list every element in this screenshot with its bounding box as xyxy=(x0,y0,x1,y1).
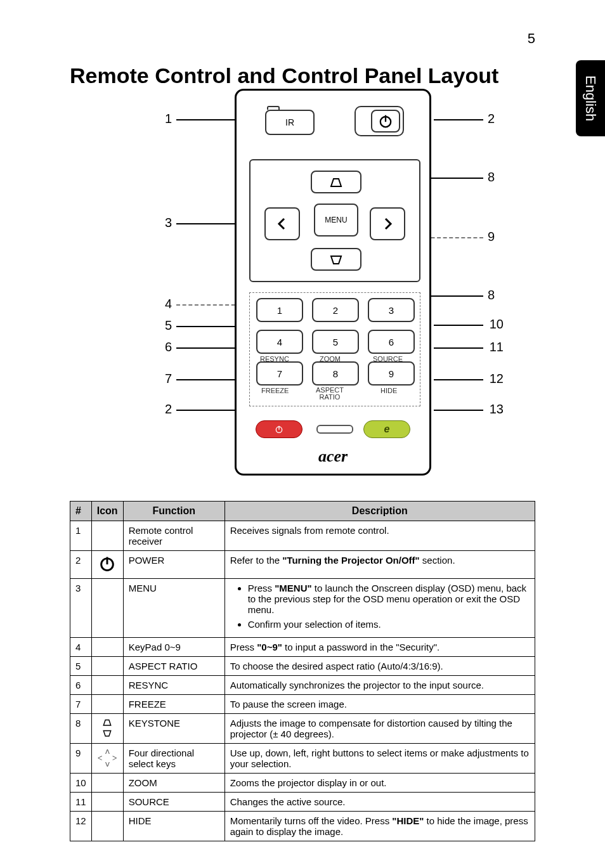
cell-icon xyxy=(91,551,123,579)
ir-receiver: IR xyxy=(265,110,315,135)
keystone-down-icon xyxy=(101,729,114,737)
leader-line xyxy=(425,295,483,297)
cell-number: 9 xyxy=(70,744,92,774)
power-pill-button xyxy=(256,420,302,438)
cell-function: HIDE xyxy=(123,812,224,841)
keystone-up-icon xyxy=(101,718,114,727)
cell-icon xyxy=(91,676,123,695)
keypad-2: 2 xyxy=(312,298,359,322)
cell-description: Zooms the projector display in or out. xyxy=(224,774,535,793)
table-row: 7FREEZETo pause the screen image. xyxy=(70,695,535,714)
table-row: 10ZOOMZooms the projector display in or … xyxy=(70,774,535,793)
right-button xyxy=(370,207,405,240)
keypad-1: 1 xyxy=(256,298,303,322)
cell-icon xyxy=(91,521,123,551)
cell-number: 12 xyxy=(70,812,92,841)
power-icon xyxy=(98,555,116,573)
callout-12: 12 xyxy=(490,372,504,386)
cell-function: KeyPad 0~9 xyxy=(123,638,224,657)
cell-number: 1 xyxy=(70,521,92,551)
leader-line xyxy=(425,178,483,179)
power-button xyxy=(371,110,400,133)
table-row: 1Remote control receiverReceives signals… xyxy=(70,521,535,551)
arrow-left-icon xyxy=(276,216,288,231)
leader-line xyxy=(434,379,483,380)
cell-number: 2 xyxy=(70,551,92,579)
table-row: 8KEYSTONEAdjusts the image to compensate… xyxy=(70,714,535,744)
cell-function: Remote control receiver xyxy=(123,521,224,551)
table-row: 6RESYNCAutomatically synchronizes the pr… xyxy=(70,676,535,695)
callout-2: 2 xyxy=(488,112,495,126)
keypad-panel: 1 2 3 4 5 6 RESYNC ZOOM SOURCE 7 8 9 FRE… xyxy=(249,292,420,406)
e-pill-button: e xyxy=(363,420,410,438)
callout-11: 11 xyxy=(490,340,504,354)
cell-description: Momentarily turns off the video. Press "… xyxy=(224,812,535,841)
leader-line xyxy=(434,347,483,349)
callout-13: 13 xyxy=(490,402,504,417)
cell-description: Refer to the "Turning the Projector On/O… xyxy=(224,551,535,579)
cell-description: To pause the screen image. xyxy=(224,695,535,714)
callout-7: 7 xyxy=(165,372,172,386)
keypad-7: 7 xyxy=(256,361,303,385)
table-row: 5ASPECT RATIOTo choose the desired aspec… xyxy=(70,657,535,676)
language-tab: English xyxy=(576,60,605,136)
callout-8b: 8 xyxy=(488,288,495,302)
arrow-right-icon xyxy=(382,216,393,231)
cell-description: Automatically synchronizes the projector… xyxy=(224,676,535,695)
e-icon: e xyxy=(384,424,390,435)
svg-marker-9 xyxy=(103,730,110,736)
page-number: 5 xyxy=(528,30,535,47)
keypad-6: 6 xyxy=(368,330,415,354)
power-icon xyxy=(274,424,284,434)
keypad-5: 5 xyxy=(312,330,359,354)
brand-logo: acer xyxy=(237,447,429,466)
table-row: 12HIDEMomentarily turns off the video. P… xyxy=(70,812,535,841)
th-icon: Icon xyxy=(91,502,123,521)
th-description: Description xyxy=(224,502,535,521)
svg-marker-2 xyxy=(331,179,341,186)
keypad-3: 3 xyxy=(368,298,415,322)
cell-icon xyxy=(91,714,123,744)
label-hide: HIDE xyxy=(381,387,397,394)
cell-description: To choose the desired aspect ratio (Auto… xyxy=(224,657,535,676)
directional-icon: ᐱᐸᐳᐯ xyxy=(97,749,118,768)
cell-function: FREEZE xyxy=(123,695,224,714)
cell-description: Adjusts the image to compensate for dist… xyxy=(224,714,535,744)
cell-description: Press "MENU" to launch the Onscreen disp… xyxy=(224,579,535,638)
cell-number: 7 xyxy=(70,695,92,714)
callout-5: 5 xyxy=(165,318,172,333)
cell-function: SOURCE xyxy=(123,793,224,812)
callout-1: 1 xyxy=(165,112,172,126)
keypad-9: 9 xyxy=(368,361,415,385)
bullet-item: Confirm your selection of items. xyxy=(248,619,530,630)
callout-9: 9 xyxy=(488,230,495,244)
keystone-down-icon xyxy=(327,254,345,265)
cell-number: 4 xyxy=(70,638,92,657)
table-row: 11SOURCEChanges the active source. xyxy=(70,793,535,812)
cell-number: 3 xyxy=(70,579,92,638)
cell-number: 11 xyxy=(70,793,92,812)
leader-line xyxy=(434,119,483,120)
cell-function: RESYNC xyxy=(123,676,224,695)
keypad-4: 4 xyxy=(256,330,303,354)
cell-icon xyxy=(91,657,123,676)
callout-3: 3 xyxy=(165,216,172,230)
label-freeze: FREEZE xyxy=(261,387,289,394)
left-button xyxy=(264,207,300,240)
remote-diagram: 1 3 4 5 6 7 2 2 8 9 8 10 11 12 13 IR xyxy=(165,89,520,482)
cell-function: ZOOM xyxy=(123,774,224,793)
svg-marker-3 xyxy=(331,256,341,264)
cell-icon xyxy=(91,638,123,657)
cell-icon xyxy=(91,793,123,812)
cell-icon xyxy=(91,579,123,638)
keystone-down-button xyxy=(311,248,361,271)
table-header-row: # Icon Function Description xyxy=(70,502,535,521)
table-row: 4KeyPad 0~9Press "0~9" to input a passwo… xyxy=(70,638,535,657)
bullet-item: Press "MENU" to launch the Onscreen disp… xyxy=(248,583,530,615)
zero-pill-button xyxy=(311,420,358,438)
cell-icon xyxy=(91,774,123,793)
cell-function: ASPECT RATIO xyxy=(123,657,224,676)
label-aspect-ratio: ASPECT RATIO xyxy=(316,387,344,401)
table-row: 2POWERRefer to the "Turning the Projecto… xyxy=(70,551,535,579)
cell-number: 6 xyxy=(70,676,92,695)
